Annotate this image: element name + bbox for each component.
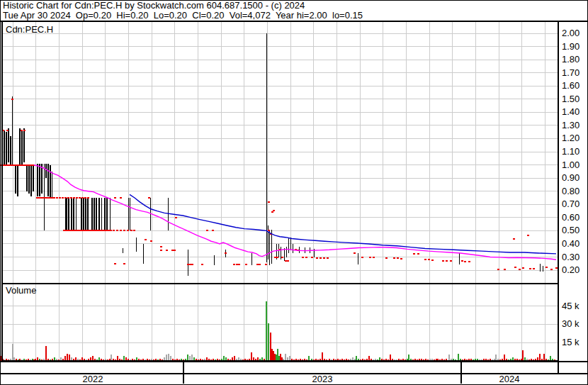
volume-tick-label: 30 k	[562, 319, 586, 329]
chart-canvas	[0, 0, 588, 385]
price-tick-label: 0.60	[562, 213, 586, 223]
price-tick-label: 1.70	[562, 68, 586, 78]
volume-tick-label: 45 k	[562, 301, 586, 311]
price-tick-label: 0.40	[562, 239, 586, 249]
price-tick-label: 1.80	[562, 55, 586, 65]
short-moving-average-line	[34, 165, 556, 260]
price-tick-label: 1.40	[562, 107, 586, 117]
price-tick-label: 0.50	[562, 225, 586, 235]
price-tick-label: 0.80	[562, 186, 586, 196]
price-tick-label: 0.20	[562, 265, 586, 275]
year-label: 2023	[305, 374, 340, 384]
price-tick-label: 0.90	[562, 173, 586, 183]
volume-tick-label: 15 k	[562, 337, 586, 347]
panel-borders	[0, 1, 588, 385]
long-moving-average-line	[130, 194, 556, 254]
volume-panel-label: Volume	[6, 286, 36, 296]
price-tick-label: 1.50	[562, 94, 586, 104]
price-tick-label: 2.00	[562, 28, 586, 38]
price-tick-label: 1.00	[562, 160, 586, 170]
price-tick-label: 1.90	[562, 42, 586, 52]
volume-bars	[1, 301, 555, 361]
price-tick-label: 1.30	[562, 121, 586, 130]
price-tick-label: 1.60	[562, 81, 586, 91]
symbol-label: Cdn:PEC.H	[6, 25, 53, 35]
year-label: 2024	[492, 374, 527, 384]
stockwatch-historic-chart-window: Historic Chart for Cdn:PEC.H by Stockwat…	[0, 0, 588, 385]
price-tick-label: 1.20	[562, 133, 586, 143]
price-tick-label: 0.30	[562, 252, 586, 262]
price-tick-label: 0.70	[562, 199, 586, 209]
price-tick-label: 1.10	[562, 147, 586, 157]
year-label: 2022	[75, 374, 111, 384]
